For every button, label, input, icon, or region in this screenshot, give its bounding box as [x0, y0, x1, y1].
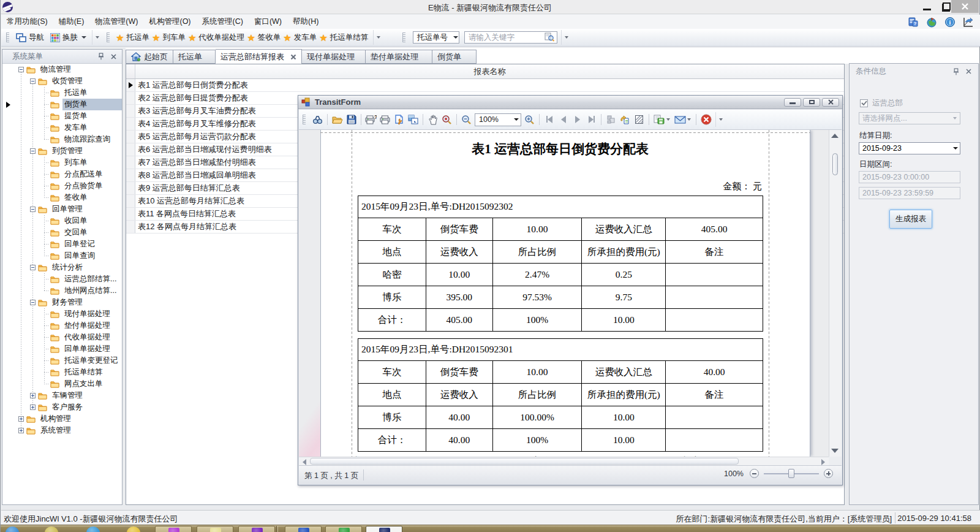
menu-item[interactable]: 窗口(W)	[249, 15, 287, 29]
zoom-out-icon[interactable]	[459, 113, 473, 126]
bookmark-icon[interactable]	[604, 113, 618, 126]
menu-item[interactable]: 物流管理(W)	[89, 15, 143, 29]
os-taskbar[interactable]	[1, 525, 980, 532]
scroll-up-arrow[interactable]	[831, 134, 839, 138]
find-icon[interactable]	[311, 113, 325, 126]
panel-close-icon[interactable]	[963, 67, 973, 76]
collapse-icon[interactable]	[30, 300, 36, 305]
print-preview-icon[interactable]: ?	[364, 113, 378, 126]
taskbar-icon-1[interactable]	[6, 526, 19, 532]
zoom-out-button[interactable]	[750, 469, 759, 478]
collapse-icon[interactable]	[30, 207, 36, 212]
zoom-plus-icon[interactable]	[522, 113, 537, 126]
hand-icon[interactable]	[426, 113, 440, 126]
favorite-shortcut[interactable]: ★ 代收单据处理	[188, 32, 244, 43]
zoom-slider-thumb[interactable]	[788, 469, 794, 478]
favorites-overflow-button[interactable]	[373, 30, 383, 45]
statistics-icon[interactable]	[962, 16, 974, 28]
taskbar-icon-4[interactable]	[127, 526, 140, 532]
tree-node[interactable]: 运营总部结算...	[2, 273, 122, 285]
tree-node[interactable]: 垫付单据处理	[2, 320, 122, 332]
tab-1[interactable]: 起始页	[126, 50, 173, 64]
collapse-icon[interactable]	[18, 67, 24, 72]
tab-3[interactable]: 运营总部结算报表	[216, 49, 302, 64]
expand-icon[interactable]	[18, 428, 24, 433]
favorite-shortcut[interactable]: ★ 托运单结算	[319, 32, 368, 43]
tab-4[interactable]: 现付单据处理	[302, 50, 366, 64]
tree-node[interactable]: 发车单	[2, 122, 122, 134]
tree-node[interactable]: 到货管理	[2, 145, 122, 157]
horizontal-scrollbar[interactable]	[299, 457, 829, 465]
taskbar-icon-2[interactable]	[45, 526, 58, 532]
search-overflow-button[interactable]	[561, 30, 571, 45]
globe-icon[interactable]	[925, 16, 937, 28]
tree-node[interactable]: 签收单	[2, 192, 122, 203]
tree-node[interactable]: 托运单结算	[2, 367, 122, 378]
tree-node[interactable]: 倒货单	[2, 99, 122, 110]
expand-icon[interactable]	[30, 393, 36, 398]
tree-node[interactable]: 交回单	[2, 227, 122, 238]
tree-node[interactable]: 收货管理	[2, 75, 122, 87]
close-red-icon[interactable]	[699, 113, 713, 126]
tree-node[interactable]: 地州网点结算...	[2, 285, 122, 297]
favorite-shortcut[interactable]: ★ 到车单	[152, 32, 186, 43]
prev-page-icon[interactable]	[556, 113, 570, 126]
tree-node[interactable]: 托运单变更登记	[2, 355, 122, 367]
tree-node[interactable]: 车辆管理	[2, 390, 122, 401]
tree-node[interactable]: 托运单	[2, 87, 122, 99]
collapse-icon[interactable]	[30, 148, 36, 154]
close-button[interactable]	[951, 0, 979, 13]
vertical-scroll-thumb[interactable]	[832, 153, 838, 175]
collapse-icon[interactable]	[30, 78, 36, 84]
save-icon[interactable]	[344, 113, 358, 126]
tree-node[interactable]: 客户服务	[2, 401, 122, 413]
tree-node[interactable]: 回单查询	[2, 250, 122, 262]
zoom-in-icon[interactable]	[440, 113, 454, 126]
taskbar-app-2[interactable]	[197, 526, 233, 532]
last-page-icon[interactable]	[584, 113, 598, 126]
page-setup-icon[interactable]	[392, 113, 406, 126]
tree-node[interactable]: 回单管理	[2, 203, 122, 215]
taskbar-app-5[interactable]	[325, 526, 362, 532]
transit-toolbar-overflow[interactable]	[715, 112, 725, 127]
transit-close-button[interactable]	[822, 98, 839, 107]
tree-node[interactable]: 网点支出单	[2, 378, 122, 390]
pin-icon[interactable]	[96, 52, 106, 61]
tab-2[interactable]: 托运单	[173, 50, 216, 64]
fill-icon[interactable]	[618, 113, 632, 126]
favorite-shortcut[interactable]: ★ 发车单	[283, 32, 317, 43]
menu-item[interactable]: 机构管理(O)	[143, 15, 196, 29]
transit-title-bar[interactable]: TransitForm	[298, 96, 842, 109]
tab-6[interactable]: 倒货单	[432, 50, 477, 64]
watermark-icon[interactable]	[632, 113, 646, 126]
menu-item[interactable]: 辅助(E)	[53, 15, 90, 29]
tree-node[interactable]: 分点配送单	[2, 169, 122, 180]
favorite-shortcut[interactable]: ★ 签收单	[247, 32, 281, 43]
help-book-icon[interactable]: ?	[907, 16, 919, 28]
transit-minimize-button[interactable]	[784, 98, 801, 107]
taskbar-app-6[interactable]	[366, 526, 402, 532]
taskbar-app-4[interactable]	[285, 526, 322, 532]
skin-button[interactable]: 换肤	[47, 30, 89, 45]
tree-node[interactable]: 现付单据处理	[2, 308, 122, 320]
tree-node[interactable]: 提货单	[2, 110, 122, 122]
tree-node[interactable]: 到车单	[2, 157, 122, 169]
tree-node[interactable]: 回单登记	[2, 238, 122, 250]
tab-close-icon[interactable]	[290, 54, 296, 60]
zoom-combo[interactable]: 100%	[475, 113, 521, 126]
vertical-scrollbar[interactable]	[829, 130, 842, 457]
zoom-slider[interactable]	[764, 469, 819, 478]
hq-checkbox[interactable]	[860, 99, 868, 107]
tree-node[interactable]: 物流跟踪查询	[2, 134, 122, 145]
taskbar-app-3[interactable]	[238, 526, 275, 532]
pin-icon[interactable]	[951, 67, 961, 76]
search-type-combo[interactable]: 托运单号	[413, 31, 459, 44]
search-input[interactable]: 请输入关键字	[464, 31, 557, 44]
favorite-shortcut[interactable]: ★ 托运单	[116, 32, 149, 43]
export-image-icon[interactable]	[406, 113, 420, 126]
horizontal-scroll-thumb[interactable]	[310, 458, 739, 465]
tree-node[interactable]: 分点验货单	[2, 180, 122, 192]
save-as-caret[interactable]	[666, 118, 670, 121]
menu-item[interactable]: 系统管理(C)	[197, 15, 249, 29]
expand-icon[interactable]	[18, 416, 24, 422]
